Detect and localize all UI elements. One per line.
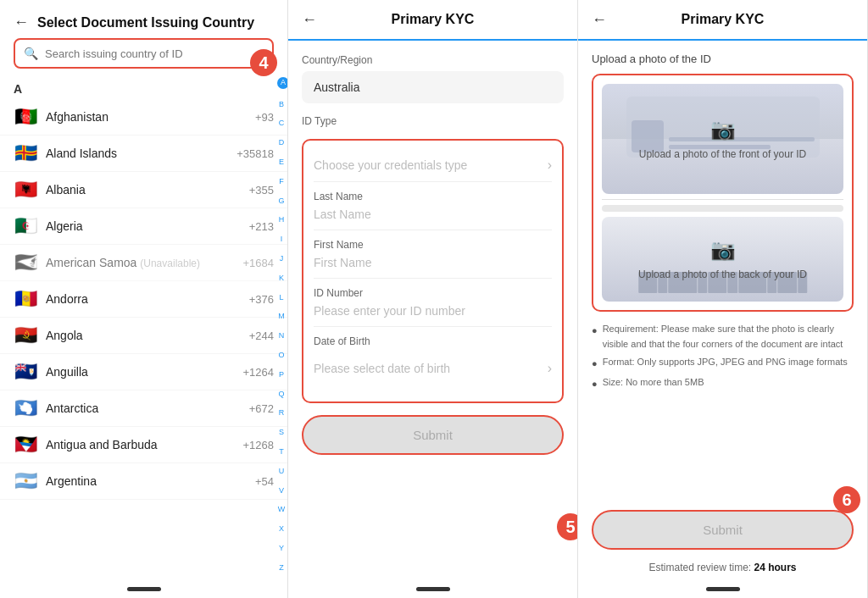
country-name: Afghanistan: [46, 110, 247, 124]
alpha-m[interactable]: M: [277, 313, 286, 320]
req-item-2: ● Format: Only supports JPG, JPEG and PN…: [592, 355, 854, 372]
kyc-upload-panel: ← Primary KYC Upload a photo of the ID 📷…: [578, 0, 868, 598]
alpha-e[interactable]: E: [277, 158, 286, 166]
bullet-icon: ●: [592, 377, 598, 392]
back-upload-label: Upload a photo of the back of your ID: [638, 269, 807, 280]
panel1-title: Select Document Issuing Country: [37, 15, 254, 30]
id-back-upload-area[interactable]: 📷 Upload a photo of the back of your ID: [602, 217, 843, 302]
alpha-g[interactable]: G: [277, 197, 286, 205]
country-value: Australia: [302, 71, 564, 103]
dob-field: Please select date of birth: [314, 362, 450, 375]
alpha-l[interactable]: L: [277, 294, 286, 302]
review-label: Estimated review time:: [648, 562, 751, 573]
id-number-label: ID Number: [314, 287, 552, 299]
id-number-section: ID Number Please enter your ID number: [314, 279, 552, 327]
review-duration: 24 hours: [754, 562, 797, 573]
flag-icon: 🇦🇮: [14, 363, 37, 380]
kyc-submit-button[interactable]: Submit: [302, 415, 564, 455]
alpha-t[interactable]: T: [277, 448, 286, 456]
kyc-form-panel: ← Primary KYC Country/Region Australia I…: [288, 0, 578, 598]
credentials-row[interactable]: Choose your credentials type ›: [314, 149, 552, 182]
alpha-a[interactable]: A: [277, 77, 288, 89]
alpha-y[interactable]: Y: [277, 545, 286, 552]
last-name-field[interactable]: Last Name: [314, 208, 552, 221]
alpha-o[interactable]: O: [277, 352, 286, 359]
alpha-sidebar[interactable]: A B C D E F G H I J K L M N O P Q R S T …: [275, 68, 287, 581]
list-item[interactable]: 🇦🇮 Anguilla +1264: [0, 354, 287, 390]
country-code: +213: [249, 220, 274, 233]
front-upload-label: Upload a photo of the front of your ID: [639, 148, 806, 160]
alpha-j[interactable]: J: [277, 255, 286, 263]
back-arrow-icon[interactable]: ←: [14, 14, 29, 31]
alpha-w[interactable]: W: [277, 506, 286, 513]
list-item[interactable]: 🇦🇷 Argentina +54: [0, 463, 287, 500]
dob-section: Date of Birth Please select date of birt…: [314, 327, 552, 393]
upload-submit-button[interactable]: Submit: [592, 510, 854, 550]
req-item-1: ● Requirement: Please make sure that the…: [592, 322, 854, 352]
list-item[interactable]: 🇩🇿 Algeria +213: [0, 208, 287, 245]
id-front-upload-area[interactable]: 📷 Upload a photo of the front of your ID: [602, 84, 843, 194]
id-number-field[interactable]: Please enter your ID number: [314, 304, 552, 318]
list-item[interactable]: 🇦🇶 Antarctica +672: [0, 390, 287, 427]
search-box[interactable]: 🔍: [14, 38, 274, 69]
alpha-i[interactable]: I: [277, 235, 286, 243]
step6-badge: 6: [833, 486, 860, 513]
list-item[interactable]: 🇦🇩 Andorra +376: [0, 281, 287, 318]
alpha-q[interactable]: Q: [277, 390, 286, 398]
chevron-right-icon: ›: [548, 158, 552, 173]
kyc-upload-back-icon[interactable]: ←: [592, 11, 607, 29]
alpha-x[interactable]: X: [277, 525, 286, 533]
upload-section: Upload a photo of the ID 📷 Upload a phot…: [578, 41, 867, 510]
alpha-k[interactable]: K: [277, 274, 286, 282]
bullet-icon: ●: [592, 324, 598, 339]
country-name: Algeria: [46, 219, 241, 233]
country-name: Antarctica: [46, 401, 241, 415]
country-select-panel: ← Select Document Issuing Country 🔍 4 A …: [0, 0, 288, 598]
bottom-bar-2: [416, 587, 450, 591]
list-item[interactable]: 🇦🇽 Aland Islands +35818: [0, 136, 287, 172]
alpha-p[interactable]: P: [277, 371, 286, 379]
kyc-upload-title: Primary KYC: [682, 12, 765, 27]
flag-icon: 🇦🇫: [14, 108, 37, 125]
list-item[interactable]: 🇦🇬 Antigua and Barbuda +1268: [0, 427, 287, 463]
bullet-icon: ●: [592, 357, 598, 372]
alpha-s[interactable]: S: [277, 429, 286, 436]
list-item[interactable]: 🇦🇴 Angola +244: [0, 318, 287, 354]
upload-instructions-title: Upload a photo of the ID: [592, 53, 854, 65]
alpha-d[interactable]: D: [277, 139, 286, 147]
dob-label: Date of Birth: [314, 335, 552, 347]
country-name: Albania: [46, 183, 241, 197]
flag-icon: 🇦🇶: [14, 400, 37, 417]
alpha-v[interactable]: V: [277, 487, 286, 495]
alpha-z[interactable]: Z: [277, 564, 286, 572]
search-input[interactable]: [45, 47, 264, 60]
first-name-section: First Name First Name: [314, 230, 552, 279]
alpha-h[interactable]: H: [277, 216, 286, 224]
alpha-n[interactable]: N: [277, 332, 286, 340]
panel1-header: ← Select Document Issuing Country: [0, 0, 287, 38]
country-name: Andorra: [46, 292, 241, 306]
dob-row[interactable]: Please select date of birth ›: [314, 352, 552, 385]
req-item-3: ● Size: No more than 5MB: [592, 375, 854, 392]
alpha-a-header: A: [0, 79, 287, 99]
placeholder-bar: [602, 205, 843, 212]
country-code: +355: [249, 184, 274, 197]
alpha-r[interactable]: R: [277, 409, 286, 417]
list-item[interactable]: 🇦🇫 Afghanistan +93: [0, 99, 287, 136]
flag-icon: 🇦🇴: [14, 327, 37, 344]
bottom-bar: [127, 587, 161, 591]
id-upload-box[interactable]: 📷 Upload a photo of the front of your ID: [592, 74, 854, 312]
flag-icon: 🇩🇿: [14, 218, 37, 235]
list-item[interactable]: 🇦🇱 Albania +355: [0, 172, 287, 208]
alpha-u[interactable]: U: [277, 468, 286, 475]
country-name: Anguilla: [46, 365, 234, 379]
kyc-back-arrow-icon[interactable]: ←: [302, 11, 317, 29]
first-name-field[interactable]: First Name: [314, 256, 552, 269]
alpha-f[interactable]: F: [277, 178, 286, 185]
flag-icon: 🇦🇽: [14, 145, 37, 162]
country-code: +35818: [236, 147, 274, 160]
country-code: +54: [255, 475, 274, 488]
country-name: Antigua and Barbuda: [46, 438, 234, 451]
alpha-c[interactable]: C: [277, 119, 286, 127]
alpha-b[interactable]: B: [277, 101, 286, 108]
